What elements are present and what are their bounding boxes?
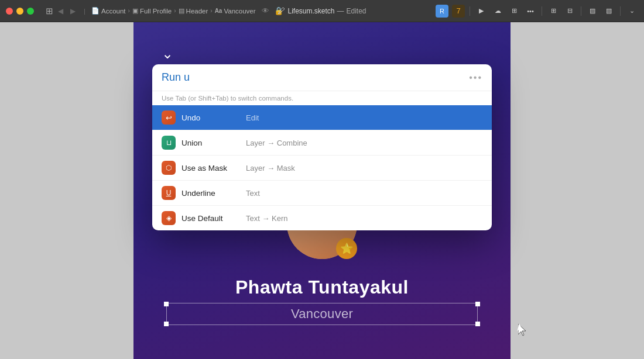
toolbar-right: R 7 ▶ ☁ ⊞ ••• ⊞ ⊟ ▨ ▧ ⌄ — [436, 5, 638, 18]
group-icon: ▤ — [179, 7, 184, 15]
command-name-use-default: Use Default — [181, 214, 240, 223]
svg-marker-0 — [518, 324, 526, 336]
command-list: ↩ Undo Edit ⊔ Union Layer → Combine — [152, 105, 492, 230]
command-category-underline: Text — [246, 189, 260, 198]
command-category-undo: Edit — [246, 113, 259, 122]
handle-top-left[interactable] — [164, 302, 169, 306]
titlebar-center: 🖊 Lifesum.sketch — Edited — [278, 6, 366, 15]
toolbar-divider-3 — [581, 6, 581, 16]
text-icon: Aa — [215, 8, 222, 14]
command-search-input[interactable] — [162, 71, 464, 84]
cloud-icon[interactable]: ☁ — [491, 5, 504, 18]
profile-location-container[interactable]: Vancouver — [164, 304, 480, 324]
command-item-union[interactable]: ⊔ Union Layer → Combine — [152, 130, 492, 155]
more-button[interactable]: ••• — [524, 5, 537, 18]
menu-button[interactable]: ⊞ — [46, 6, 53, 16]
more-options-icon[interactable]: ••• — [469, 73, 482, 83]
handle-top-right[interactable] — [475, 302, 480, 306]
command-palette: ••• Use Tab (or Shift+Tab) to switch com… — [152, 64, 492, 230]
cursor — [518, 324, 529, 337]
command-name-use-as-mask: Use as Mask — [181, 164, 240, 172]
mask-icon: ⬡ — [162, 161, 176, 175]
command-item-undo[interactable]: ↩ Undo Edit — [152, 105, 492, 130]
page-icon: 📄 — [91, 7, 100, 15]
breadcrumb-sep-2: › — [174, 8, 176, 14]
default-icon: ◈ — [162, 211, 176, 225]
handle-bottom-left[interactable] — [164, 322, 169, 326]
underline-icon: U — [162, 186, 176, 200]
panel-toggle-button[interactable]: ▧ — [602, 5, 615, 18]
edited-label: — — [337, 7, 344, 15]
command-name-undo: Undo — [181, 113, 240, 122]
profile-name: Phawta Tuntayakul — [235, 277, 409, 298]
breadcrumb-sep-1: › — [128, 8, 130, 14]
command-name-union: Union — [181, 139, 240, 147]
chevron-down-button[interactable]: ⌄ — [625, 5, 638, 18]
chevron-above: ⌄ — [152, 46, 492, 62]
command-category-use-default: Text → Kern — [246, 214, 288, 223]
selection-border — [166, 303, 478, 325]
breadcrumb-item-vancouver[interactable]: Aa Vancouver — [215, 8, 256, 15]
toolbar-divider-4 — [620, 6, 621, 16]
toolbar-divider-1 — [470, 6, 470, 16]
star-icon: ⭐ — [340, 242, 353, 255]
minimize-button[interactable] — [16, 8, 23, 15]
layers-icon[interactable]: ⊞ — [508, 5, 520, 18]
toolbar-icon-1[interactable]: 7 — [452, 5, 465, 18]
command-name-underline: Underline — [181, 189, 240, 198]
canvas: ⭐ Phawta Tuntayakul Vancouver ⌄ ••• — [0, 22, 644, 359]
command-category-union: Layer → Combine — [246, 139, 307, 147]
command-item-use-as-mask[interactable]: ⬡ Use as Mask Layer → Mask — [152, 155, 492, 180]
play-button[interactable]: ▶ — [475, 5, 488, 18]
breadcrumb-item-full-profile[interactable]: ▣ Full Profile — [132, 7, 172, 15]
artboard-icon: ▣ — [132, 7, 138, 15]
maximize-button[interactable] — [27, 8, 34, 15]
arrange-button[interactable]: ⊟ — [563, 5, 576, 18]
grid-button[interactable]: ⊞ — [547, 5, 560, 18]
chevron-down-icon: ⌄ — [162, 46, 173, 62]
breadcrumb-item-header[interactable]: ▤ Header — [179, 7, 208, 15]
union-icon: ⊔ — [162, 136, 176, 150]
command-hint: Use Tab (or Shift+Tab) to switch command… — [152, 91, 492, 105]
command-category-use-as-mask: Layer → Mask — [246, 164, 295, 172]
handle-bottom-right[interactable] — [475, 322, 480, 326]
undo-icon: ↩ — [162, 111, 176, 125]
sketch-icon: 🖊 — [278, 6, 285, 15]
command-item-use-default[interactable]: ◈ Use Default Text → Kern — [152, 205, 492, 230]
traffic-lights — [6, 8, 34, 15]
command-palette-overlay: ⌄ ••• Use Tab (or Shift+Tab) to switch c… — [152, 46, 492, 230]
star-badge: ⭐ — [336, 238, 357, 259]
command-item-underline[interactable]: U Underline Text — [152, 180, 492, 205]
titlebar: ⊞ ◀ ▶ | 📄 Account › ▣ Full Profile › ▤ H… — [0, 0, 644, 22]
breadcrumb-item-account[interactable]: 📄 Account — [91, 7, 126, 15]
toolbar-divider-2 — [542, 6, 542, 16]
close-button[interactable] — [6, 8, 13, 15]
breadcrumb: ⊞ ◀ ▶ | 📄 Account › ▣ Full Profile › ▤ H… — [46, 6, 283, 16]
inspector-button[interactable]: ▨ — [586, 5, 599, 18]
breadcrumb-sep-3: › — [210, 8, 212, 14]
runner-button[interactable]: R — [436, 5, 448, 18]
command-search-bar: ••• — [152, 64, 492, 91]
